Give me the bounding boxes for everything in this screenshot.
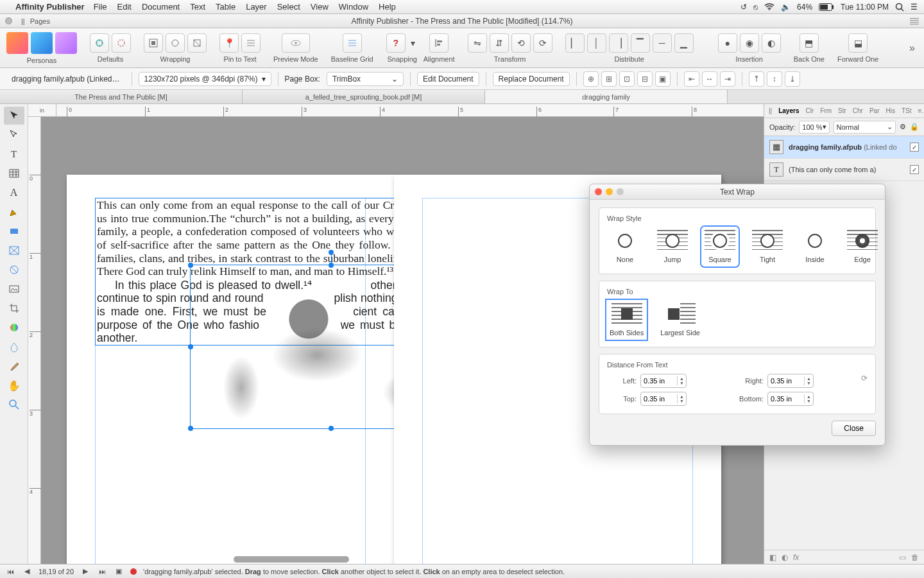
layer-row-image[interactable]: ▦ dragging family.afpub (Linked do ✓	[764, 136, 924, 159]
menu-extras-icon[interactable]: ☰	[911, 3, 918, 12]
valign-mid-button[interactable]: ↕	[767, 71, 782, 87]
layer-settings-icon[interactable]: ⚙	[900, 123, 906, 131]
anchor-left-button[interactable]: ⇤	[684, 71, 699, 87]
dist-left-input[interactable]	[641, 377, 677, 385]
preflight-warning-icon[interactable]	[130, 568, 137, 575]
layer-add-icon[interactable]: ▭	[899, 553, 906, 562]
wrap-outline-button[interactable]	[166, 33, 185, 53]
rotate-cw-button[interactable]: ⟳	[533, 33, 552, 53]
last-spread-button[interactable]: ⏭	[97, 568, 107, 575]
zoom-tool[interactable]	[4, 396, 24, 414]
flip-vertical-button[interactable]: ⇵	[490, 33, 509, 53]
layer-lock-icon[interactable]: 🔒	[910, 123, 919, 131]
wrap-to-largest[interactable]: Largest Side	[658, 301, 703, 339]
studio-tab-more-icon[interactable]: ≡.	[916, 107, 925, 114]
opacity-field[interactable]: 100 % ▾	[799, 121, 829, 134]
node-tool[interactable]	[4, 126, 24, 144]
fit-none-button[interactable]: ▣	[655, 71, 671, 87]
color-picker-tool[interactable]	[4, 357, 24, 375]
persona-photo-button[interactable]	[55, 32, 77, 54]
flip-horizontal-button[interactable]: ⇋	[468, 33, 487, 53]
anchor-right-button[interactable]: ⇥	[720, 71, 735, 87]
anchor-center-button[interactable]: ↔	[702, 71, 717, 87]
dist-bottom-input[interactable]	[768, 395, 804, 403]
spotlight-icon[interactable]	[895, 3, 904, 12]
layer-visibility-checkbox[interactable]: ✓	[910, 143, 919, 152]
wrap-style-tight[interactable]: Tight	[749, 227, 785, 266]
move-tool[interactable]	[4, 107, 24, 125]
ruler-horizontal[interactable]: 012345678	[41, 104, 764, 117]
artistic-text-tool[interactable]: A	[4, 184, 24, 202]
persona-publisher-button[interactable]	[6, 32, 28, 54]
fit-min-button[interactable]: ⊟	[637, 71, 653, 87]
panel-toggle-icon[interactable]: ||	[21, 17, 25, 25]
app-name[interactable]: Affinity Publisher	[15, 2, 85, 12]
dist-bottom-stepper[interactable]: ▲▼	[767, 392, 814, 406]
pin-float-button[interactable]	[241, 33, 261, 53]
picture-frame-tool[interactable]	[4, 241, 24, 259]
panel-close-icon[interactable]	[595, 188, 602, 195]
wrap-style-inside[interactable]: Inside	[797, 227, 833, 266]
valign-bottom-button[interactable]: ⤓	[785, 71, 800, 87]
doctab-3[interactable]: dragging family	[485, 90, 728, 103]
resize-handle-tm[interactable]	[329, 263, 334, 268]
align-vcenter-button[interactable]: ─	[653, 33, 672, 53]
studio-tab-stroke[interactable]: Str	[836, 107, 848, 114]
wrap-settings-button[interactable]	[144, 33, 163, 53]
resize-handle-tl[interactable]	[188, 263, 193, 268]
wrap-style-jump[interactable]: Jump	[654, 227, 690, 266]
insert-inside-button[interactable]: ◐	[762, 33, 781, 53]
text-wrap-panel[interactable]: Text Wrap Wrap Style None Jump Square Ti…	[589, 184, 886, 446]
volume-icon[interactable]: 🔈	[781, 3, 791, 12]
rotate-handle[interactable]	[329, 250, 334, 255]
wrap-style-square[interactable]: Square	[702, 227, 738, 266]
ruler-vertical[interactable]: 01234	[28, 117, 41, 564]
view-hand-tool[interactable]: ✋	[4, 376, 24, 394]
bluetooth-icon[interactable]: ⎋	[753, 3, 758, 12]
wifi-icon[interactable]	[764, 3, 774, 11]
fill-tool[interactable]	[4, 319, 24, 337]
layer-row-text[interactable]: T (This can only come from a) ✓	[764, 159, 924, 181]
studio-tab-paragraph[interactable]: Par	[868, 107, 882, 114]
fit-stretch-button[interactable]: ⊞	[601, 71, 617, 87]
edit-document-button[interactable]: Edit Document	[417, 72, 479, 86]
studio-tab-history[interactable]: His	[884, 107, 896, 114]
toolbar-overflow-icon[interactable]: »	[907, 42, 918, 54]
fit-original-button[interactable]: ⊕	[583, 71, 599, 87]
menu-view[interactable]: View	[311, 2, 329, 12]
timemachine-icon[interactable]: ↺	[740, 3, 747, 12]
studio-tab-color[interactable]: Clr	[803, 107, 816, 114]
spread-view-icon[interactable]: ▣	[114, 567, 124, 575]
link-distances-icon[interactable]: ⟳	[861, 374, 868, 388]
pen-tool[interactable]	[4, 203, 24, 221]
canvas-h-scrollbar[interactable]	[234, 556, 349, 563]
snapping-button[interactable]: ?	[386, 33, 406, 53]
menu-document[interactable]: Document	[142, 2, 180, 12]
preview-mode-button[interactable]	[282, 33, 310, 53]
textwrap-close-button[interactable]: Close	[832, 421, 876, 436]
prev-spread-button[interactable]: ◀	[22, 567, 32, 575]
resize-handle-bl[interactable]	[188, 426, 193, 431]
panel-menu-icon[interactable]	[910, 18, 919, 24]
defaults-revert-button[interactable]	[112, 33, 131, 53]
studio-tab-frame[interactable]: Frm	[818, 107, 834, 114]
align-top-button[interactable]: ▔	[631, 33, 650, 53]
menu-edit[interactable]: Edit	[117, 2, 132, 12]
back-one-button[interactable]: ⬒	[800, 33, 819, 53]
menu-window[interactable]: Window	[339, 2, 368, 12]
rectangle-tool[interactable]	[4, 222, 24, 240]
page-indicator[interactable]: 18,19 of 20	[38, 568, 74, 575]
ruler-units[interactable]: in	[28, 104, 56, 117]
layer-fx-icon[interactable]: fx	[793, 553, 799, 562]
resize-handle-bm[interactable]	[329, 426, 334, 431]
persona-designer-button[interactable]	[31, 32, 53, 54]
baseline-grid-button[interactable]	[343, 33, 362, 53]
clock[interactable]: Tue 11:00 PM	[841, 3, 889, 12]
wrap-to-both[interactable]: Both Sides	[607, 301, 646, 339]
menu-table[interactable]: Table	[216, 2, 235, 12]
alignment-button[interactable]	[429, 33, 449, 53]
studio-tab-layers[interactable]: Layers	[776, 107, 801, 114]
dist-left-stepper[interactable]: ▲▼	[640, 374, 687, 388]
transparency-tool[interactable]	[4, 338, 24, 356]
placed-dims[interactable]: 1230x720 pixels @ 346dpi (87%) ▾	[139, 72, 271, 86]
